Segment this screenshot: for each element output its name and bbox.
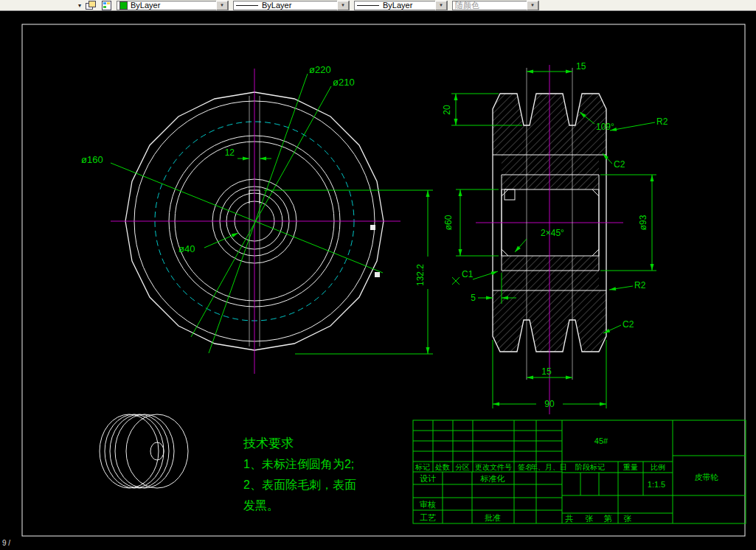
technical-requirements: 技术要求 1、未标注倒圆角为2; 2、表面除毛刺，表面 发黑。	[243, 436, 356, 512]
layer-properties-icon[interactable]	[101, 1, 112, 10]
tb-label-mark: 标记	[415, 463, 430, 471]
dim-label-hub: ø93	[638, 215, 648, 230]
tb-part-name: 皮带轮	[695, 473, 719, 481]
iso-bore	[150, 442, 164, 460]
keyway-section	[504, 189, 515, 200]
lineweight-glyph-icon	[357, 5, 379, 6]
dim-label-r2-bottom: R2	[634, 280, 646, 290]
tech-req-line1: 1、未标注倒圆角为2;	[243, 458, 354, 470]
dim-label-r2-top: R2	[656, 116, 668, 127]
drawing-canvas[interactable]: ø220 ø210 ø160 ø40 12 132.2	[0, 0, 756, 550]
point-marker	[370, 225, 375, 230]
dim-label-c1: C1	[462, 269, 474, 279]
dim-label-height: 132.2	[415, 264, 426, 286]
dim-label-d220: ø220	[309, 64, 331, 75]
dim-label-d40: ø40	[178, 243, 195, 254]
dim-label-groove-pitch-top: 15	[576, 61, 586, 72]
tb-label-count: 处数	[435, 463, 450, 471]
tb-label-design: 设计	[420, 474, 436, 483]
linetype-control-value: ByLayer	[262, 1, 291, 10]
lineweight-control-combo[interactable]: ByLayer ▼	[354, 1, 448, 10]
color-control-value: ByLayer	[131, 1, 160, 10]
dim-label-width: 90	[544, 399, 555, 409]
tb-label-change-no: 更改文件号	[475, 463, 512, 471]
dim-label-c2-bottom: C2	[623, 319, 634, 330]
chevron-down-icon: ▼	[527, 1, 538, 10]
front-view-dimensions: ø220 ø210 ø160 ø40 12 132.2	[81, 64, 433, 354]
tb-sheet-sheet: 张	[624, 514, 632, 523]
dim-label-d210: ø210	[333, 77, 355, 88]
tech-req-line2: 2、表面除毛刺，表面	[243, 478, 356, 491]
dim-label-rim-h: 20	[442, 105, 452, 115]
chevron-down-icon[interactable]: ▼	[337, 1, 349, 10]
dim-label-d160: ø160	[81, 154, 103, 165]
tb-label-scale: 比例	[651, 463, 665, 471]
color-control-combo[interactable]: ByLayer ▼	[117, 1, 229, 10]
linetype-glyph-icon	[236, 5, 258, 6]
tb-sheet-total: 共	[565, 514, 574, 523]
tech-req-line3: 发黑。	[243, 499, 279, 512]
tb-sheet-sheets: 张	[586, 514, 594, 523]
current-color-swatch	[119, 1, 128, 10]
dim-label-bore-chamfer: 2×45°	[541, 228, 564, 238]
toolbar-overflow-icon[interactable]: ▾	[78, 1, 81, 10]
iso-view	[100, 414, 188, 488]
point-marker	[375, 272, 380, 277]
tb-material: 45#	[594, 436, 608, 445]
tb-label-process: 工艺	[420, 513, 436, 522]
tb-sheet-no: 第	[604, 514, 612, 523]
title-block: 标记 处数 分区 更改文件号 签名 年、月、日 设计 标准化 审核 工艺 批准 …	[413, 420, 746, 523]
tb-label-stage: 阶段标记	[575, 463, 605, 471]
dim-label-key-width: 12	[225, 147, 235, 158]
statusbar-fragment: 9 /	[2, 539, 10, 547]
tb-label-check: 审核	[420, 500, 436, 509]
plotstyle-control-value: 随颜色	[455, 1, 479, 10]
dim-label-c2-top: C2	[614, 159, 625, 170]
dim-label-bore: ø60	[443, 215, 454, 230]
lineweight-control-value: ByLayer	[383, 1, 412, 10]
tb-label-date: 年、月、日	[530, 463, 567, 471]
linetype-control-combo[interactable]: ByLayer ▼	[233, 1, 350, 10]
tb-label-weight: 重量	[623, 463, 638, 471]
tb-scale-value: 1:1.5	[648, 480, 665, 489]
tb-label-approve: 批准	[485, 513, 501, 522]
section-view	[476, 65, 623, 414]
tb-label-standard: 标准化	[480, 474, 505, 483]
dim-label-groove-pitch-bottom: 15	[541, 366, 552, 377]
chevron-down-icon[interactable]: ▼	[435, 1, 447, 10]
tech-req-title: 技术要求	[243, 436, 294, 450]
tb-label-zone: 分区	[455, 463, 470, 471]
layers-icon[interactable]	[86, 1, 97, 10]
plotstyle-control-combo: 随颜色 ▼	[452, 1, 539, 10]
chevron-down-icon[interactable]: ▼	[216, 1, 228, 10]
properties-toolbar: ▾ ByLayer ▼ ByLayer ▼ ByLayer ▼ 随颜色 ▼	[0, 0, 756, 11]
dim-label-hub-offset: 5	[471, 293, 476, 303]
